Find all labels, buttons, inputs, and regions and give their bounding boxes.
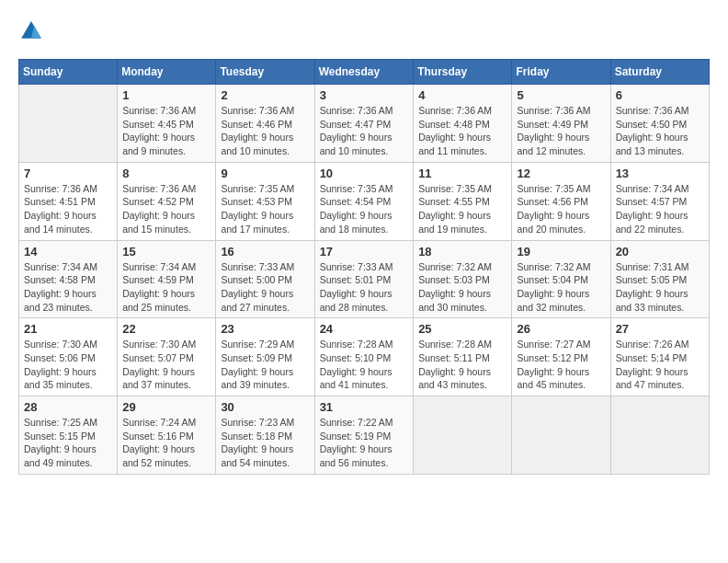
page-header (18, 18, 710, 44)
calendar-cell: 30 Sunrise: 7:23 AM Sunset: 5:18 PM Dayl… (216, 396, 314, 475)
sunset-text: Sunset: 5:12 PM (517, 351, 605, 365)
sunrise-text: Sunrise: 7:36 AM (122, 104, 210, 118)
sunset-text: Sunset: 5:00 PM (221, 273, 309, 287)
daylight-text: Daylight: 9 hours and 41 minutes. (320, 365, 409, 392)
sunset-text: Sunset: 4:48 PM (418, 118, 506, 132)
sunrise-text: Sunrise: 7:35 AM (221, 182, 309, 196)
sunset-text: Sunset: 5:06 PM (24, 351, 112, 365)
sunrise-text: Sunrise: 7:28 AM (320, 338, 409, 351)
day-number: 21 (24, 322, 112, 336)
day-number: 24 (320, 322, 409, 336)
day-info: Sunrise: 7:36 AM Sunset: 4:48 PM Dayligh… (418, 104, 506, 158)
logo-icon (18, 18, 44, 44)
day-number: 29 (122, 400, 210, 414)
sunrise-text: Sunrise: 7:26 AM (616, 338, 704, 351)
sunset-text: Sunset: 5:18 PM (221, 430, 309, 443)
daylight-text: Daylight: 9 hours and 22 minutes. (616, 209, 704, 236)
sunrise-text: Sunrise: 7:34 AM (24, 260, 112, 274)
day-info: Sunrise: 7:31 AM Sunset: 5:05 PM Dayligh… (616, 260, 704, 315)
logo (18, 18, 48, 44)
calendar-cell: 21 Sunrise: 7:30 AM Sunset: 5:06 PM Dayl… (19, 318, 118, 396)
day-info: Sunrise: 7:34 AM Sunset: 4:57 PM Dayligh… (616, 182, 704, 236)
calendar-cell: 7 Sunrise: 7:36 AM Sunset: 4:51 PM Dayli… (19, 162, 118, 240)
calendar-cell: 13 Sunrise: 7:34 AM Sunset: 4:57 PM Dayl… (610, 162, 709, 240)
sunset-text: Sunset: 4:56 PM (517, 195, 605, 209)
daylight-text: Daylight: 9 hours and 56 minutes. (320, 442, 409, 469)
sunset-text: Sunset: 4:55 PM (418, 195, 506, 209)
sunrise-text: Sunrise: 7:30 AM (24, 338, 112, 351)
daylight-text: Daylight: 9 hours and 27 minutes. (221, 287, 309, 314)
day-info: Sunrise: 7:22 AM Sunset: 5:19 PM Dayligh… (320, 416, 409, 470)
header-row: SundayMondayTuesdayWednesdayThursdayFrid… (19, 60, 710, 85)
day-number: 27 (616, 322, 704, 336)
calendar-cell: 6 Sunrise: 7:36 AM Sunset: 4:50 PM Dayli… (610, 85, 709, 163)
daylight-text: Daylight: 9 hours and 33 minutes. (616, 287, 704, 314)
sunrise-text: Sunrise: 7:34 AM (122, 260, 210, 274)
calendar-cell: 2 Sunrise: 7:36 AM Sunset: 4:46 PM Dayli… (216, 85, 314, 163)
sunrise-text: Sunrise: 7:35 AM (418, 182, 506, 196)
sunrise-text: Sunrise: 7:36 AM (122, 182, 210, 196)
sunrise-text: Sunrise: 7:32 AM (418, 260, 506, 274)
sunrise-text: Sunrise: 7:31 AM (616, 260, 704, 274)
day-info: Sunrise: 7:30 AM Sunset: 5:06 PM Dayligh… (24, 338, 112, 392)
sunrise-text: Sunrise: 7:36 AM (320, 104, 409, 118)
day-number: 22 (122, 322, 210, 336)
calendar-cell: 1 Sunrise: 7:36 AM Sunset: 4:45 PM Dayli… (118, 85, 216, 163)
sunset-text: Sunset: 5:16 PM (122, 430, 210, 443)
day-info: Sunrise: 7:29 AM Sunset: 5:09 PM Dayligh… (221, 338, 309, 392)
sunset-text: Sunset: 5:10 PM (320, 351, 409, 365)
day-info: Sunrise: 7:27 AM Sunset: 5:12 PM Dayligh… (517, 338, 605, 392)
sunset-text: Sunset: 5:09 PM (221, 351, 309, 365)
daylight-text: Daylight: 9 hours and 30 minutes. (418, 287, 506, 314)
sunrise-text: Sunrise: 7:27 AM (517, 338, 605, 351)
day-info: Sunrise: 7:24 AM Sunset: 5:16 PM Dayligh… (122, 416, 210, 470)
daylight-text: Daylight: 9 hours and 9 minutes. (122, 131, 210, 157)
calendar-cell (610, 396, 709, 475)
daylight-text: Daylight: 9 hours and 12 minutes. (517, 131, 605, 157)
daylight-text: Daylight: 9 hours and 45 minutes. (517, 365, 605, 392)
day-number: 8 (122, 167, 210, 180)
daylight-text: Daylight: 9 hours and 15 minutes. (122, 209, 210, 236)
day-info: Sunrise: 7:34 AM Sunset: 4:59 PM Dayligh… (122, 260, 210, 315)
day-number: 3 (320, 88, 409, 102)
calendar-cell: 18 Sunrise: 7:32 AM Sunset: 5:03 PM Dayl… (414, 240, 512, 318)
sunrise-text: Sunrise: 7:33 AM (221, 260, 309, 274)
col-header-tuesday: Tuesday (216, 60, 314, 85)
calendar-cell: 17 Sunrise: 7:33 AM Sunset: 5:01 PM Dayl… (314, 240, 414, 318)
sunrise-text: Sunrise: 7:24 AM (122, 416, 210, 430)
sunset-text: Sunset: 5:14 PM (616, 351, 704, 365)
day-info: Sunrise: 7:36 AM Sunset: 4:45 PM Dayligh… (122, 104, 210, 158)
sunrise-text: Sunrise: 7:33 AM (320, 260, 409, 274)
sunset-text: Sunset: 4:57 PM (616, 195, 704, 209)
day-number: 28 (24, 400, 112, 414)
calendar-cell: 23 Sunrise: 7:29 AM Sunset: 5:09 PM Dayl… (216, 318, 314, 396)
sunset-text: Sunset: 5:04 PM (517, 273, 605, 287)
day-number: 15 (122, 245, 210, 259)
sunrise-text: Sunrise: 7:36 AM (418, 104, 506, 118)
daylight-text: Daylight: 9 hours and 11 minutes. (418, 131, 506, 157)
sunrise-text: Sunrise: 7:28 AM (418, 338, 506, 351)
sunrise-text: Sunrise: 7:36 AM (616, 104, 704, 118)
day-info: Sunrise: 7:36 AM Sunset: 4:50 PM Dayligh… (616, 104, 704, 158)
week-row-3: 14 Sunrise: 7:34 AM Sunset: 4:58 PM Dayl… (19, 240, 710, 318)
day-info: Sunrise: 7:28 AM Sunset: 5:10 PM Dayligh… (320, 338, 409, 392)
daylight-text: Daylight: 9 hours and 23 minutes. (24, 287, 112, 314)
calendar-cell: 31 Sunrise: 7:22 AM Sunset: 5:19 PM Dayl… (314, 396, 414, 475)
day-number: 26 (517, 322, 605, 336)
calendar-cell: 9 Sunrise: 7:35 AM Sunset: 4:53 PM Dayli… (216, 162, 314, 240)
col-header-wednesday: Wednesday (314, 60, 414, 85)
col-header-saturday: Saturday (610, 60, 709, 85)
calendar-cell: 15 Sunrise: 7:34 AM Sunset: 4:59 PM Dayl… (118, 240, 216, 318)
sunrise-text: Sunrise: 7:35 AM (517, 182, 605, 196)
day-info: Sunrise: 7:36 AM Sunset: 4:46 PM Dayligh… (221, 104, 309, 158)
day-number: 4 (418, 88, 506, 102)
calendar-cell: 4 Sunrise: 7:36 AM Sunset: 4:48 PM Dayli… (414, 85, 512, 163)
daylight-text: Daylight: 9 hours and 10 minutes. (320, 131, 409, 157)
col-header-friday: Friday (512, 60, 610, 85)
sunrise-text: Sunrise: 7:32 AM (517, 260, 605, 274)
day-number: 2 (221, 88, 309, 102)
day-number: 18 (418, 245, 506, 259)
day-info: Sunrise: 7:28 AM Sunset: 5:11 PM Dayligh… (418, 338, 506, 392)
week-row-2: 7 Sunrise: 7:36 AM Sunset: 4:51 PM Dayli… (19, 162, 710, 240)
sunrise-text: Sunrise: 7:29 AM (221, 338, 309, 351)
